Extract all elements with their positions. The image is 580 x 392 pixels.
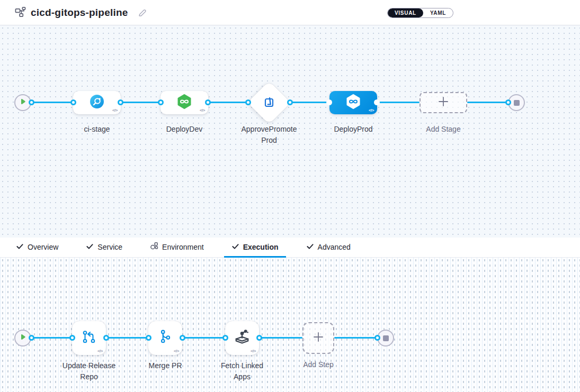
stage-node-ci-stage[interactable]: </> <box>73 91 121 114</box>
stop-icon <box>514 100 520 106</box>
edge-anchor <box>205 99 211 105</box>
stop-icon <box>383 335 389 341</box>
play-icon <box>19 333 26 343</box>
environment-icon <box>150 242 158 252</box>
edge-anchor <box>256 335 262 341</box>
edge-anchor <box>29 99 34 105</box>
code-badge: </> <box>369 108 374 113</box>
step-node-update-release-repo[interactable]: </> <box>72 321 106 355</box>
add-stage-label: Add Stage <box>412 124 475 135</box>
edge-anchor <box>103 335 109 341</box>
stage-label: DeployDev <box>153 124 216 135</box>
edge-anchor <box>69 335 75 341</box>
step-label: Merge PR <box>133 360 197 371</box>
plus-icon <box>438 96 449 110</box>
edge-anchor <box>29 335 34 341</box>
add-step-label: Add Step <box>287 359 350 370</box>
visual-toggle-button[interactable]: VISUAL <box>388 8 423 17</box>
step-label: Fetch Linked Apps <box>216 360 269 382</box>
update-repo-icon <box>81 329 97 348</box>
step-node-fetch-linked-apps[interactable]: </> <box>225 321 259 355</box>
ci-stage-icon <box>90 94 104 111</box>
step-label: Update Release Repo <box>57 360 121 382</box>
tab-advanced[interactable]: Advanced <box>299 238 358 258</box>
edge-anchor <box>118 99 123 105</box>
cd-hexagon-icon-selected <box>345 94 361 112</box>
stage-label: ApprovePromoteProd <box>239 124 299 146</box>
edge <box>106 337 148 339</box>
edge <box>182 337 225 339</box>
stage-label: DeployProd <box>322 124 385 135</box>
yaml-toggle-button[interactable]: YAML <box>423 8 453 17</box>
code-badge: </> <box>174 349 179 353</box>
code-badge: </> <box>200 108 205 113</box>
fetch-apps-icon <box>234 329 251 348</box>
edge-anchor <box>222 335 228 341</box>
edge <box>31 337 72 339</box>
edge-anchor <box>180 335 185 341</box>
header: cicd-gitops-pipeline VISUAL YAML <box>0 0 580 25</box>
tab-label: Environment <box>162 243 204 251</box>
edge-anchor <box>158 99 164 105</box>
edge <box>121 102 160 103</box>
cd-hexagon-icon <box>176 94 192 112</box>
edge-anchor <box>287 99 293 105</box>
view-toggle: VISUAL YAML <box>387 8 453 18</box>
pipeline-icon <box>15 6 26 20</box>
stage-node-deploydev[interactable]: </> <box>160 91 208 114</box>
tab-label: Execution <box>243 243 279 251</box>
edge <box>290 102 329 103</box>
edge-anchor <box>245 99 251 105</box>
pipeline-studio: cicd-gitops-pipeline VISUAL YAML <box>0 0 580 392</box>
edge-anchor <box>146 335 151 341</box>
edge <box>208 102 248 103</box>
edge <box>259 337 302 339</box>
code-badge: </> <box>97 349 103 353</box>
step-node-merge-pr[interactable]: </> <box>148 321 182 355</box>
stage-canvas[interactable]: </> </> <box>0 25 580 238</box>
add-stage-button[interactable] <box>420 92 467 113</box>
tab-execution[interactable]: Execution <box>224 238 286 258</box>
tab-service[interactable]: Service <box>78 238 130 258</box>
stage-node-deployprod[interactable]: </> <box>329 91 377 114</box>
add-step-button[interactable] <box>302 322 334 354</box>
edge <box>31 102 73 103</box>
check-icon <box>86 242 94 252</box>
tab-label: Service <box>97 243 122 251</box>
tab-label: Advanced <box>318 243 351 251</box>
code-badge: </> <box>251 349 256 353</box>
edge-anchor <box>374 335 380 341</box>
stage-config-tabs: Overview Service Environment Execution <box>0 238 580 258</box>
edge <box>334 337 378 339</box>
tab-label: Overview <box>28 243 58 251</box>
edge <box>377 102 420 103</box>
edge <box>467 102 508 103</box>
check-icon <box>231 242 239 252</box>
stage-label: ci-stage <box>65 124 129 135</box>
check-icon <box>16 242 24 252</box>
edge-anchor <box>374 99 380 105</box>
play-icon <box>19 98 26 107</box>
tab-environment[interactable]: Environment <box>142 238 211 258</box>
plus-icon <box>313 331 324 345</box>
tab-overview[interactable]: Overview <box>8 238 66 258</box>
edge-anchor <box>326 99 332 105</box>
edge-anchor <box>70 99 76 105</box>
check-icon <box>306 242 314 252</box>
edit-pencil-icon[interactable] <box>138 8 147 17</box>
edge-anchor <box>505 99 511 105</box>
page-title: cicd-gitops-pipeline <box>31 7 128 19</box>
merge-pr-icon <box>157 329 174 348</box>
execution-canvas[interactable]: </> </> <box>0 258 580 392</box>
code-badge: </> <box>112 108 118 113</box>
